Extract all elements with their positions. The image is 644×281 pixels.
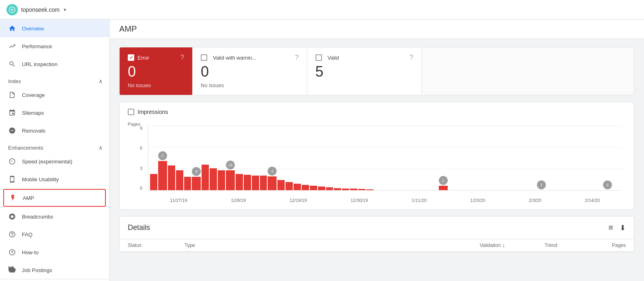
x-date-3: 12/19/19 — [290, 198, 307, 203]
sidebar-item-faq[interactable]: FAQ — [0, 225, 109, 243]
chart-bar — [310, 186, 317, 190]
chart-bar — [192, 177, 201, 190]
bar-group — [244, 175, 251, 190]
y-tick-6: 6 — [140, 146, 142, 150]
bar-group — [326, 187, 333, 190]
valid-help-icon[interactable]: ? — [410, 54, 413, 61]
valid-count: 5 — [316, 64, 414, 79]
details-header: Details ≡ ⬇ — [120, 217, 634, 239]
faq-label: FAQ — [22, 232, 32, 238]
bar-group: 1 — [268, 167, 277, 190]
chart-area: Pages 9 6 3 0 — [128, 122, 626, 203]
y-tick-0: 0 — [140, 186, 142, 191]
chart-header: Impressions — [128, 109, 626, 115]
sitemaps-icon — [8, 109, 16, 117]
bar-group — [334, 188, 341, 190]
valid-warning-help-icon[interactable]: ? — [295, 54, 299, 61]
chart-bar — [150, 174, 157, 191]
error-card[interactable]: ✓ Error ? 0 No issues — [120, 47, 193, 95]
valid-label: Valid — [328, 55, 339, 61]
col-validation-header[interactable]: Validation ↓ — [480, 242, 545, 248]
x-date-7: 2/3/20 — [529, 198, 541, 203]
chart-bar — [236, 174, 243, 191]
valid-warning-card[interactable]: Valid with warnin... ? 0 No issues — [193, 47, 307, 95]
date-bubble: 1 — [537, 180, 546, 189]
coverage-icon — [8, 91, 16, 99]
topbar: toponseek.com ▾ — [0, 0, 644, 19]
removals-icon — [8, 127, 16, 135]
chart-bar — [184, 177, 191, 190]
chart-bar — [294, 184, 301, 190]
how-to-icon — [8, 248, 16, 256]
x-date-4: 12/30/19 — [350, 198, 368, 203]
speed-icon — [8, 157, 16, 165]
x-date-1: 11/27/19 — [170, 198, 187, 203]
bar-group — [218, 170, 225, 191]
valid-warning-checkbox-icon — [201, 54, 207, 61]
error-help-icon[interactable]: ? — [180, 54, 184, 61]
chart-bar — [334, 188, 341, 190]
bar-group — [366, 189, 374, 190]
chart-bars-container: 25141111 — [148, 126, 622, 191]
filter-icon[interactable]: ≡ — [608, 223, 613, 232]
sidebar-item-amp[interactable]: AMP — [3, 189, 106, 207]
bar-group — [150, 174, 157, 191]
impressions-checkbox[interactable] — [128, 109, 134, 115]
details-actions: ≡ ⬇ — [608, 223, 626, 232]
chart-bar — [226, 170, 235, 191]
sidebar: Overview Performance URL inspection Inde… — [0, 19, 109, 281]
index-section-header[interactable]: Index ∧ — [0, 73, 109, 86]
sitemaps-label: Sitemaps — [22, 110, 44, 116]
sidebar-item-performance[interactable]: Performance — [0, 37, 109, 55]
sidebar-item-how-to[interactable]: How-to — [0, 243, 109, 261]
bar-group — [252, 176, 259, 190]
amp-icon — [9, 194, 17, 202]
bar-group — [184, 177, 191, 190]
chevron-down-icon[interactable]: ▾ — [64, 7, 66, 13]
how-to-label: How-to — [22, 249, 39, 255]
x-date-8: 2/14/20 — [585, 198, 600, 203]
bar-group — [342, 189, 349, 191]
valid-card[interactable]: Valid ? 5 — [307, 47, 422, 95]
chart-bar — [358, 189, 365, 190]
error-card-header: ✓ Error ? — [128, 54, 184, 61]
chart-bar — [218, 170, 225, 191]
main-layout: Overview Performance URL inspection Inde… — [0, 19, 644, 281]
bar-group — [358, 189, 365, 190]
sidebar-item-speed[interactable]: Speed (experimental) — [0, 152, 109, 170]
sidebar-item-overview[interactable]: Overview — [0, 19, 109, 37]
sidebar-item-url-inspection[interactable]: URL inspection — [0, 55, 109, 73]
empty-card — [422, 47, 634, 95]
chart-bar — [202, 165, 209, 190]
sidebar-item-breadcrumbs[interactable]: Breadcrumbs — [0, 208, 109, 225]
enhancements-label: Enhancements — [8, 145, 43, 151]
bar-group — [202, 165, 209, 190]
download-icon[interactable]: ⬇ — [620, 223, 626, 232]
url-inspection-label: URL inspection — [22, 61, 58, 67]
y-tick-3: 3 — [140, 166, 142, 171]
chart-bar — [268, 176, 277, 190]
x-date-6: 1/23/20 — [470, 198, 485, 203]
breadcrumbs-label: Breadcrumbs — [22, 214, 53, 220]
job-postings-label: Job Postings — [22, 267, 52, 273]
sidebar-item-job-postings[interactable]: Job Postings — [0, 261, 109, 279]
sidebar-item-mobile[interactable]: Mobile Usability — [0, 170, 109, 188]
chart-bar — [350, 189, 357, 190]
mobile-label: Mobile Usability — [22, 176, 59, 182]
enhancements-section-header[interactable]: Enhancements ∧ — [0, 139, 109, 152]
bar-group — [286, 182, 293, 190]
sidebar-item-removals[interactable]: Removals — [0, 122, 109, 139]
error-label: Error — [137, 55, 149, 61]
date-bubble: 14 — [226, 161, 235, 169]
sidebar-item-coverage[interactable]: Coverage — [0, 86, 109, 104]
bar-group — [176, 170, 183, 191]
index-label: Index — [8, 78, 21, 84]
details-title: Details — [128, 223, 150, 232]
bar-group — [318, 187, 325, 190]
speed-label: Speed (experimental) — [22, 159, 72, 165]
site-selector[interactable]: toponseek.com ▾ — [6, 4, 66, 15]
chart-bar — [439, 186, 448, 190]
coverage-label: Coverage — [22, 92, 45, 98]
sidebar-item-sitemaps[interactable]: Sitemaps — [0, 104, 109, 122]
valid-warning-label: Valid with warnin... — [213, 55, 256, 61]
